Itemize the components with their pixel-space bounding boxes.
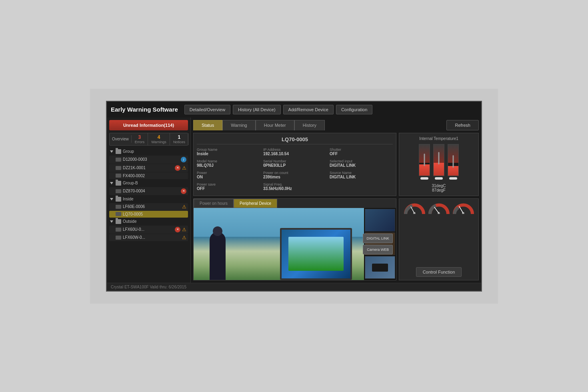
camera-icon: [116, 189, 121, 193]
therm-bar-3: [448, 144, 459, 176]
tab-history[interactable]: History: [294, 120, 325, 130]
nav-configuration[interactable]: Configuration: [336, 105, 372, 114]
device-DZ870-0004[interactable]: DZ870-0004 ✕: [109, 187, 188, 195]
temperature-panel: Internal Temperature1: [399, 133, 479, 196]
device-LF60E-0006[interactable]: LF60E-0006 ⚠: [109, 203, 188, 210]
power-count-value: 239times: [263, 175, 326, 179]
serial-field: Serial Number 0PNE93LLP: [263, 159, 326, 168]
folder-icon: [116, 181, 121, 186]
info-grid: Group Name Inside IP Address 192.168.10.…: [197, 148, 393, 192]
therm-needle-2: [435, 177, 443, 180]
notices-badge: 1 Notices: [170, 133, 189, 145]
svg-line-5: [459, 206, 463, 213]
status-bar: Crystal ET-SWA100F Valid thru: 6/26/2015: [107, 283, 481, 291]
ip-value: 192.168.10.54: [263, 152, 326, 156]
group-name-value: Inside: [197, 152, 260, 156]
tab-status[interactable]: Status: [193, 120, 222, 130]
power-count-field: Power on count 239times: [263, 171, 326, 179]
error-badge: ✕: [181, 188, 186, 194]
errors-label: Errors: [135, 140, 145, 144]
device-DZ21K-0001[interactable]: DZ21K-0001 ✕ ⚠: [109, 164, 188, 172]
device-LFX60W[interactable]: LFX60W-0... ⚠: [109, 234, 188, 241]
right-panel: Status Warning Hour Meter History Refres…: [191, 118, 481, 283]
device-FX400-0002[interactable]: FX400-0002: [109, 172, 188, 179]
thermometers-row: [419, 144, 459, 180]
camera-icon: [116, 212, 121, 216]
svg-line-3: [434, 207, 439, 213]
serial-label: Serial Number: [263, 159, 326, 163]
signal-label: Signal Freq.: [263, 182, 326, 186]
shutter-label: Shutter: [330, 148, 393, 152]
unread-info-button[interactable]: Unread Information(114): [109, 120, 188, 130]
device-name: D12000-0003: [123, 157, 179, 162]
tab-hour-meter[interactable]: Hour Meter: [256, 120, 294, 130]
temp-c: 31degC: [432, 184, 446, 188]
source-value: DIGITAL LINK: [330, 175, 393, 179]
notices-count: 1: [178, 134, 181, 140]
warnings-count: 4: [158, 134, 160, 140]
group-b[interactable]: Group-B: [109, 180, 188, 187]
device-name: LFX60U-0...: [123, 227, 173, 232]
error-badge: ✕: [175, 165, 180, 171]
device-info-box: LQ70-0005 Group Name Inside IP Address 1…: [193, 133, 396, 196]
serial-value: 0PNE93LLP: [263, 163, 326, 168]
source-label: Source Name: [330, 171, 393, 175]
digital-link-button[interactable]: DIGITAL LINK: [363, 234, 393, 243]
expand-icon: [110, 150, 113, 153]
camera-icon: [116, 166, 121, 170]
device-LFX60U[interactable]: LFX60U-0... ✕ ⚠: [109, 226, 188, 234]
device-name: LF60E-0006: [123, 204, 180, 209]
overview-label: Overview: [110, 135, 132, 143]
gauge-3: [452, 202, 474, 214]
peripheral-box: Power on hours Peripheral Device: [193, 198, 396, 280]
nav-history-all[interactable]: History (All Device): [233, 105, 281, 114]
group-outside[interactable]: Outside: [109, 218, 188, 225]
source-field: Source Name DIGITAL LINK: [330, 171, 393, 179]
device-D12000-0003[interactable]: D12000-0003 i: [109, 156, 188, 164]
temp-f: 87degF: [432, 188, 446, 192]
warnings-label: Warnings: [151, 140, 166, 144]
nav-detailed-overview[interactable]: Detailed/Overview: [184, 105, 230, 114]
side-buttons: DIGITAL LINK Camera WEB: [363, 234, 393, 254]
selected-input-field: Selected input DIGITAL LINK: [330, 159, 393, 168]
camera-icon: [116, 228, 121, 232]
errors-badge: 3 Errors: [132, 133, 148, 145]
tab-warning[interactable]: Warning: [222, 120, 256, 130]
group-inside[interactable]: Inside: [109, 196, 188, 203]
therm-bar-1: [419, 144, 430, 176]
power-count-label: Power on count: [263, 171, 326, 175]
folder-icon: [116, 197, 121, 202]
camera-web-button[interactable]: Camera WEB: [363, 245, 393, 254]
tab-bar: Status Warning Hour Meter History Refres…: [193, 120, 479, 130]
group-group[interactable]: Group: [109, 148, 188, 155]
errors-count: 3: [138, 134, 141, 140]
shutter-field: Shutter OFF: [330, 148, 393, 156]
ip-label: IP Address: [263, 148, 326, 152]
warning-icon: ⚠: [182, 204, 186, 209]
gauge-panel: Control Function: [399, 198, 479, 280]
shutter-value: OFF: [330, 152, 393, 156]
folder-icon: [116, 149, 121, 154]
device-LQ70-0005[interactable]: LQ70-0005: [109, 211, 188, 218]
model-value: 98LQ70J: [197, 163, 260, 168]
control-function-button[interactable]: Control Function: [416, 267, 462, 277]
folder-icon: [116, 219, 121, 224]
overview-bar: Overview 3 Errors 4 Warnings 1 Notices: [109, 133, 188, 146]
sub-tab-power-on-hours[interactable]: Power on hours: [194, 199, 234, 208]
device-name: FX400-0002: [123, 174, 186, 178]
power-save-value: OFF: [197, 186, 260, 191]
app-title: Early Warning Software: [111, 106, 178, 113]
app-window: Early Warning Software Detailed/Overview…: [106, 101, 482, 292]
model-label: Model Name: [197, 159, 260, 163]
temp-value: 31degC 87degF: [432, 184, 446, 192]
refresh-button[interactable]: Refresh: [446, 120, 479, 130]
bottom-section: Power on hours Peripheral Device: [193, 198, 479, 280]
status-text: Crystal ET-SWA100F Valid thru: 6/26/2015: [111, 285, 186, 289]
gauge-1: [404, 202, 426, 214]
sub-tab-peripheral-device[interactable]: Peripheral Device: [234, 199, 277, 208]
expand-icon: [110, 182, 113, 184]
nav-add-remove[interactable]: Add/Remove Device: [283, 105, 334, 114]
therm-needle-1: [420, 177, 428, 180]
group-name-label: Group Name: [197, 148, 260, 152]
sidebar: Unread Information(114) Overview 3 Error…: [107, 118, 191, 283]
